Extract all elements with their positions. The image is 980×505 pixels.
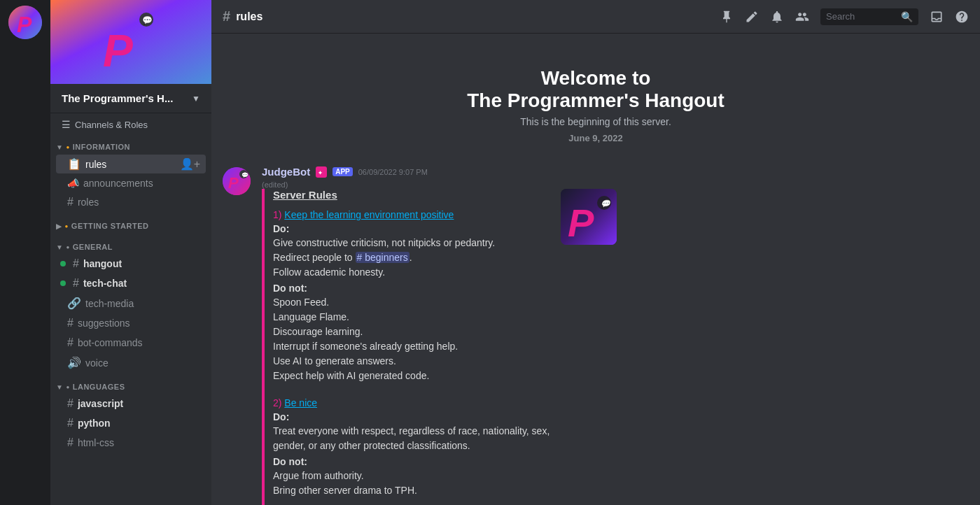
help-icon[interactable]: [955, 10, 969, 24]
rule-1-do-2: Redirect people to # beginners.: [273, 252, 412, 263]
rule-1-header: 1) Keep the learning environment positiv…: [273, 209, 550, 220]
channel-hangout-icon: #: [73, 257, 79, 270]
avatar: P 💬: [223, 167, 251, 195]
channel-item-html-css[interactable]: # html-css: [56, 434, 206, 452]
channel-announcements-name: announcements: [83, 178, 153, 189]
channels-roles-label: Channels & Roles: [75, 120, 148, 130]
rule-1-dont-4: Interrupt if someone's already getting h…: [273, 341, 458, 352]
category-general[interactable]: ▼ ● GENERAL: [50, 233, 211, 254]
rule-2-do-1: Treat everyone with respect, regardless …: [273, 425, 550, 436]
category-dot: ●: [66, 244, 69, 250]
channel-techmedia-icon: 🔗: [67, 297, 81, 310]
category-label: GETTING STARTED: [71, 222, 149, 230]
category-languages[interactable]: ▼ ● LANGUAGES: [50, 373, 211, 394]
search-bar[interactable]: 🔍: [820, 8, 918, 25]
channel-python-name: python: [78, 418, 111, 429]
app-badge: APP: [332, 167, 353, 176]
rule-2-link[interactable]: Be nice: [284, 397, 317, 408]
pin-icon[interactable]: [720, 10, 734, 24]
svg-text:P: P: [17, 12, 32, 37]
svg-text:💬: 💬: [241, 171, 248, 178]
channel-suggestions-name: suggestions: [78, 318, 130, 329]
server-name: The Programmer's H...: [62, 92, 173, 104]
edit-icon[interactable]: [745, 10, 759, 24]
channel-item-tech-chat[interactable]: # tech-chat: [56, 274, 206, 292]
rule-1-dont-6: Expect help with AI generated code.: [273, 370, 429, 381]
channels-roles-icon: ☰: [62, 119, 71, 130]
category-label: LANGUAGES: [73, 383, 125, 391]
welcome-title: Welcome to The Programmer's Hangout: [223, 67, 969, 112]
category-information[interactable]: ▼ ● INFORMATION: [50, 133, 211, 154]
rules-title: Server Rules: [273, 189, 550, 201]
channel-hangout-name: hangout: [83, 258, 122, 269]
unread-dot: [60, 280, 66, 286]
bell-icon[interactable]: [770, 10, 784, 24]
welcome-subtitle: This is the beginning of this server.: [223, 116, 969, 127]
channel-js-icon: #: [67, 397, 74, 410]
channel-roles-icon: #: [67, 196, 74, 208]
members-icon[interactable]: [795, 10, 809, 24]
unread-dot: [60, 261, 66, 266]
channel-item-voice[interactable]: 🔊 voice: [56, 353, 206, 372]
inbox-icon[interactable]: [930, 10, 944, 24]
rule-2-do-header: Do:: [273, 411, 550, 422]
server-banner: P 💬: [50, 0, 211, 84]
message-timestamp: 06/09/2022 9:07 PM: [358, 168, 428, 176]
chevron-icon: ▼: [56, 143, 63, 151]
category-dot: ●: [66, 144, 69, 150]
add-member-icon[interactable]: 👤+: [180, 157, 200, 171]
channel-item-python[interactable]: # python: [56, 414, 206, 432]
welcome-section: Welcome to The Programmer's Hangout This…: [211, 34, 980, 160]
rule-1-link[interactable]: Keep the learning environment positive: [284, 209, 454, 220]
rule-1-do-header: Do:: [273, 223, 550, 234]
channel-rules-icon: 📋: [67, 157, 81, 171]
category-label: INFORMATION: [73, 143, 130, 151]
chat-area: Welcome to The Programmer's Hangout This…: [211, 34, 980, 505]
channel-botcommands-name: bot-commands: [78, 337, 143, 348]
svg-text:💬: 💬: [142, 15, 153, 25]
message-header: JudgeBot ✦ APP 06/09/2022 9:07 PM: [262, 166, 969, 178]
chevron-icon: ▼: [56, 243, 63, 251]
channel-name: rules: [236, 10, 262, 23]
rule-1-dont-5: Use AI to generate answers.: [273, 355, 396, 367]
channel-item-bot-commands[interactable]: # bot-commands: [56, 334, 206, 352]
message-body: Server Rules 1) Keep the learning enviro…: [262, 189, 969, 505]
svg-text:✦: ✦: [318, 170, 323, 176]
rule-2-dont-header: Do not:: [273, 456, 550, 467]
search-input[interactable]: [826, 11, 897, 22]
rule-2-header: 2) Be nice: [273, 397, 550, 408]
channel-techchat-name: tech-chat: [83, 278, 127, 289]
channel-item-roles[interactable]: # roles: [56, 193, 206, 211]
channel-item-hangout[interactable]: # hangout: [56, 255, 206, 273]
channel-item-javascript[interactable]: # javascript: [56, 394, 206, 413]
channel-voice-icon: 🔊: [67, 356, 81, 369]
channel-item-suggestions[interactable]: # suggestions: [56, 314, 206, 332]
category-label: GENERAL: [73, 243, 113, 251]
channel-mention-beginners[interactable]: # beginners: [356, 252, 410, 263]
svg-text:P: P: [103, 26, 133, 76]
channels-roles-row[interactable]: ☰ Channels & Roles: [50, 113, 211, 133]
rule-1-do-1: Give constructive criticism, not nitpick…: [273, 237, 495, 248]
category-dot: ●: [65, 223, 69, 229]
server-icon[interactable]: P: [8, 6, 42, 39]
channel-botcommands-icon: #: [67, 336, 74, 349]
chevron-down-icon: ▼: [192, 94, 200, 104]
svg-text:P: P: [568, 201, 594, 245]
server-header[interactable]: The Programmer's H... ▼: [50, 84, 211, 113]
category-getting-started[interactable]: ▶ ● GETTING STARTED: [50, 212, 211, 233]
channel-roles-name: roles: [78, 197, 99, 208]
channel-item-tech-media[interactable]: 🔗 tech-media: [56, 294, 206, 313]
message-author: JudgeBot: [262, 166, 310, 178]
rule-1-dont-3: Discourage learning.: [273, 326, 363, 337]
chevron-icon: ▼: [56, 383, 63, 391]
channel-voice-name: voice: [85, 357, 108, 369]
top-bar: # rules 🔍: [211, 0, 980, 34]
rule-2-dont-2: Bring other server drama to TPH.: [273, 485, 417, 496]
channel-item-announcements[interactable]: 📣 announcements: [56, 175, 206, 192]
rule-1: 1) Keep the learning environment positiv…: [273, 209, 550, 383]
rule-2-dont-1: Argue from authority.: [273, 470, 364, 481]
edited-label: (edited): [262, 180, 969, 189]
channel-item-rules[interactable]: 📋 rules 👤+: [56, 155, 206, 173]
rule-2-do-2: gender, or any other protected classific…: [273, 440, 470, 451]
chevron-icon: ▶: [56, 222, 62, 230]
